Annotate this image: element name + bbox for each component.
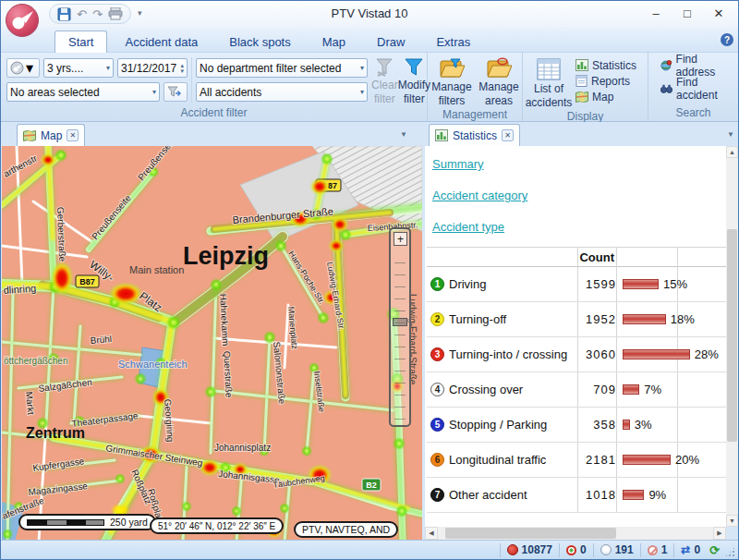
areas-combobox[interactable]: No areas selected ▾: [6, 82, 160, 102]
statistics-tab-close-icon[interactable]: ✕: [502, 129, 514, 141]
street-label: Brühl: [90, 334, 112, 346]
window-title: PTV Vistad 10: [1, 6, 738, 20]
scroll-left-icon[interactable]: ◀: [425, 527, 438, 540]
district-label: Zentrum: [26, 425, 85, 441]
tab-extras[interactable]: Extras: [422, 30, 484, 53]
accidents-combobox[interactable]: All accidents ▾: [196, 82, 368, 102]
street-label: Preußenseite: [90, 192, 133, 241]
find-address-button[interactable]: Find address: [658, 57, 736, 73]
street-label: Georgiring: [163, 398, 176, 442]
status-pending: 191: [593, 543, 640, 557]
horizontal-scroll-thumb[interactable]: [445, 528, 616, 539]
filter-preset-button[interactable]: ▾: [6, 58, 40, 78]
link-accident-type[interactable]: Accident type: [432, 220, 726, 234]
scroll-up-icon[interactable]: ▲: [726, 146, 738, 158]
title-bar: ↶ ↷ ▾ PTV Vistad 10 – □ ✕: [1, 1, 738, 27]
percent-bar: [623, 279, 659, 289]
refresh-icon[interactable]: ⟳: [707, 544, 722, 556]
date-value: 31/12/2017: [121, 62, 176, 75]
table-header-row: Count: [427, 247, 726, 267]
map-tab-menu-icon[interactable]: ▼: [400, 130, 407, 139]
ribbon: ▾ 3 yrs.... ▾ 31/12/2017 ▴▾: [1, 53, 738, 122]
modify-filter-icon: [403, 57, 425, 78]
group-label-management: Management: [430, 107, 520, 123]
clear-filter-button: Clearfilter: [371, 55, 398, 105]
water-label: Schwanenteich: [118, 359, 188, 370]
map-zoom-slider[interactable]: +: [389, 227, 411, 427]
resize-grip[interactable]: [724, 546, 736, 558]
dropdown-icon: ▾: [149, 88, 156, 96]
percent-bar: [623, 420, 630, 430]
map-canvas[interactable]: arthenstr Gerberstraße Preußenseite Preu…: [2, 146, 422, 542]
statistics-icon: [575, 59, 588, 71]
vertical-scrollbar[interactable]: ▲ ▼: [726, 146, 738, 527]
type-number-badge: 1: [430, 277, 444, 291]
manage-filters-button[interactable]: Managefilters: [430, 55, 474, 107]
blocked-icon: [648, 545, 658, 555]
tab-start[interactable]: Start: [55, 30, 107, 53]
period-combobox[interactable]: 3 yrs.... ▾: [43, 58, 114, 78]
heat-overlay: [2, 146, 422, 542]
type-number-badge: 4: [430, 383, 444, 396]
help-icon[interactable]: ?: [721, 33, 733, 46]
count-column-header: Count: [427, 250, 614, 264]
table-row-other: 7 Other accident 1018 9%: [427, 478, 726, 513]
minimize-button[interactable]: –: [640, 1, 672, 25]
accidents-value: All accidents: [200, 86, 261, 99]
street-label: Hans-Poche-Str.: [286, 250, 326, 306]
apply-area-filter-button[interactable]: [164, 82, 188, 102]
tab-black-spots[interactable]: Black spots: [215, 30, 304, 53]
scroll-down-icon[interactable]: ▼: [726, 515, 738, 527]
date-spinner[interactable]: ▴▾: [180, 63, 184, 74]
vertical-scroll-thumb[interactable]: [727, 229, 737, 442]
scroll-right-icon[interactable]: ▶: [713, 527, 726, 540]
horizontal-scrollbar[interactable]: ◀ ▶: [425, 527, 726, 540]
new-accident-icon: [566, 545, 576, 555]
modify-filter-button[interactable]: Modifyfilter: [398, 55, 430, 105]
badge-b87: B87: [79, 277, 95, 286]
tab-map[interactable]: Map: [309, 30, 359, 53]
app-window: ↶ ↷ ▾ PTV Vistad 10 – □ ✕ Start Accident…: [0, 0, 739, 560]
street-label: Magazingasse: [28, 481, 89, 497]
stats-tabstrip: Statistics ✕ ▼: [425, 122, 738, 146]
close-button[interactable]: ✕: [703, 1, 734, 25]
table-row-driving: 1 Driving 1599 15%: [427, 267, 726, 302]
dropdown-icon: ▾: [357, 64, 364, 72]
percent-bar: [623, 314, 666, 324]
department-combobox[interactable]: No department filter selected ▾: [196, 58, 368, 78]
type-number-badge: 6: [430, 453, 444, 467]
link-accident-category[interactable]: Accident category: [432, 189, 726, 202]
tab-draw[interactable]: Draw: [363, 30, 418, 53]
scale-bar-segments: [27, 519, 104, 526]
ribbon-tabstrip: Start Accident data Black spots Map Draw…: [1, 27, 738, 53]
globe-pin-icon: [660, 59, 672, 72]
main-station-label: Main station: [129, 264, 184, 275]
date-field[interactable]: 31/12/2017 ▴▾: [117, 58, 188, 78]
statistics-tab-icon: [435, 129, 448, 141]
link-summary[interactable]: Summary: [432, 157, 726, 171]
app-logo-icon[interactable]: [5, 3, 40, 38]
type-number-badge: 5: [430, 418, 444, 432]
list-of-accidents-button[interactable]: List ofaccidents: [525, 55, 573, 109]
group-management: Managefilters Manageareas Management: [428, 53, 523, 121]
map-button[interactable]: Map: [573, 89, 639, 104]
stats-tab-menu-icon[interactable]: ▼: [727, 130, 734, 139]
map-panel: Map ✕ ▼: [1, 122, 423, 540]
map-panel-tab[interactable]: Map ✕: [17, 124, 85, 146]
manage-areas-button[interactable]: Manageareas: [478, 55, 520, 107]
maximize-button[interactable]: □: [672, 1, 703, 25]
statistics-button[interactable]: Statistics: [573, 57, 639, 73]
map-tab-close-icon[interactable]: ✕: [67, 129, 79, 141]
zoom-slider-thumb[interactable]: [393, 318, 407, 326]
group-label-search: Search: [650, 105, 736, 121]
pending-icon: [600, 544, 612, 555]
areas-value: No areas selected: [10, 86, 100, 99]
department-value: No department filter selected: [200, 62, 341, 75]
statistics-panel-tab[interactable]: Statistics ✕: [429, 124, 520, 146]
tab-accident-data[interactable]: Accident data: [111, 30, 212, 53]
zoom-in-icon[interactable]: +: [394, 232, 407, 246]
status-blocked: 1: [640, 543, 674, 557]
find-accident-button[interactable]: Find accident: [658, 80, 736, 96]
reports-button[interactable]: Reports: [573, 73, 639, 89]
compass-icon: [10, 61, 24, 75]
